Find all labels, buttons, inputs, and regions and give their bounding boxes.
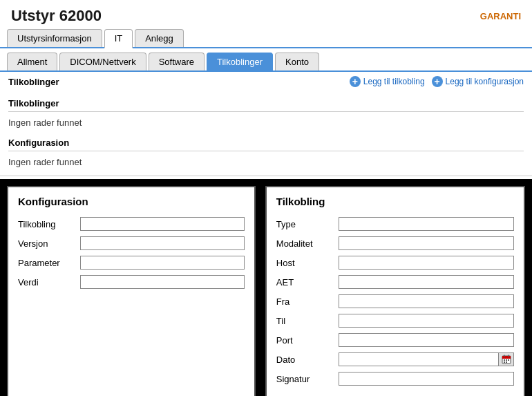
label-aet: AET — [276, 277, 339, 287]
tab-software[interactable]: Software — [149, 53, 205, 70]
garanti-link[interactable]: GARANTI — [480, 11, 521, 21]
main-tab-bar: Utstyrsinformasjon IT Anlegg — [0, 29, 532, 48]
form-row-type: Type — [276, 217, 514, 231]
konfigurasion-panel: Konfigurasion Tilkobling Versjon Paramet… — [7, 186, 256, 396]
calendar-icon[interactable] — [499, 352, 514, 366]
input-signatur[interactable] — [339, 372, 514, 386]
input-versjon[interactable] — [80, 236, 245, 250]
add-konfigurasjon-button[interactable]: + Legg til konfigurasjon — [432, 76, 524, 87]
page-header: Utstyr 62000 GARANTI — [0, 0, 532, 29]
plus-icon-konfigurasjon: + — [432, 76, 443, 87]
label-fra: Fra — [276, 296, 339, 307]
label-versjon: Versjon — [18, 238, 80, 249]
label-verdi: Verdi — [18, 277, 80, 287]
input-host[interactable] — [339, 256, 514, 270]
tab-utstyrsinformasjon[interactable]: Utstyrsinformasjon — [7, 29, 102, 47]
add-tilkobling-button[interactable]: + Legg til tilkobling — [350, 76, 425, 87]
form-row-versjon: Versjon — [18, 236, 245, 250]
label-host: Host — [276, 258, 339, 268]
input-port[interactable] — [339, 333, 514, 347]
form-row-port: Port — [276, 333, 514, 347]
input-aet[interactable] — [339, 275, 514, 289]
label-dato: Dato — [276, 355, 339, 365]
form-row-aet: AET — [276, 275, 514, 289]
date-input-wrapper — [339, 352, 514, 366]
input-type[interactable] — [339, 217, 514, 231]
panels-area: Konfigurasion Tilkobling Versjon Paramet… — [0, 179, 532, 396]
form-row-til: Til — [276, 314, 514, 328]
tab-konto[interactable]: Konto — [275, 53, 319, 70]
tab-tilkoblinger[interactable]: Tilkoblinger — [207, 53, 273, 72]
tilkoblinger-no-records: Ingen rader funnet — [8, 115, 524, 133]
input-dato[interactable] — [339, 352, 499, 366]
form-row-verdi: Verdi — [18, 275, 245, 289]
section-header-bar: Tilkoblinger + Legg til tilkobling + Leg… — [0, 72, 532, 91]
input-verdi[interactable] — [80, 275, 245, 289]
tab-allment[interactable]: Allment — [7, 53, 57, 70]
svg-rect-4 — [504, 359, 505, 361]
konfigurasion-panel-title: Konfigurasion — [18, 196, 245, 207]
input-modalitet[interactable] — [339, 236, 514, 250]
svg-rect-8 — [506, 361, 507, 363]
tab-it[interactable]: IT — [104, 29, 133, 48]
konfigurasjon-subsection-title: Konfigurasion — [8, 133, 524, 151]
tab-dicom-nettverk[interactable]: DICOM/Nettverk — [59, 53, 146, 70]
konfigurasjon-no-records: Ingen rader funnet — [8, 154, 524, 173]
form-row-modalitet: Modalitet — [276, 236, 514, 250]
tab-anlegg[interactable]: Anlegg — [135, 29, 183, 47]
add-tilkobling-label: Legg til tilkobling — [363, 77, 425, 86]
page-title: Utstyr 62000 — [11, 7, 102, 25]
form-row-dato: Dato — [276, 352, 514, 366]
label-type: Type — [276, 219, 339, 229]
tilkobling-panel-title: Tilkobling — [276, 196, 514, 207]
form-row-signatur: Signatur — [276, 372, 514, 386]
svg-rect-6 — [508, 359, 509, 361]
label-tilkobling: Tilkobling — [18, 219, 80, 229]
content-area: Tilkoblinger Ingen rader funnet Konfigur… — [0, 91, 532, 176]
input-tilkobling[interactable] — [80, 217, 245, 231]
label-port: Port — [276, 335, 339, 346]
label-signatur: Signatur — [276, 374, 339, 384]
plus-icon-tilkobling: + — [350, 76, 361, 87]
input-parameter[interactable] — [80, 256, 245, 270]
svg-rect-1 — [502, 356, 511, 359]
sub-tab-bar: Allment DICOM/Nettverk Software Tilkobli… — [0, 48, 532, 72]
section-main-title: Tilkoblinger — [8, 77, 59, 87]
form-row-host: Host — [276, 256, 514, 270]
label-modalitet: Modalitet — [276, 238, 339, 249]
svg-rect-7 — [504, 361, 505, 363]
tilkobling-panel: Tilkobling Type Modalitet Host AET Fra T… — [265, 186, 525, 396]
form-row-fra: Fra — [276, 294, 514, 308]
svg-rect-5 — [506, 359, 507, 361]
add-konfigurasjon-label: Legg til konfigurasjon — [446, 77, 524, 86]
input-til[interactable] — [339, 314, 514, 328]
tilkoblinger-subsection-title: Tilkoblinger — [8, 94, 524, 112]
action-buttons: + Legg til tilkobling + Legg til konfigu… — [350, 76, 524, 87]
form-row-parameter: Parameter — [18, 256, 245, 270]
label-til: Til — [276, 316, 339, 326]
input-fra[interactable] — [339, 294, 514, 308]
label-parameter: Parameter — [18, 258, 80, 268]
form-row-tilkobling: Tilkobling — [18, 217, 245, 231]
